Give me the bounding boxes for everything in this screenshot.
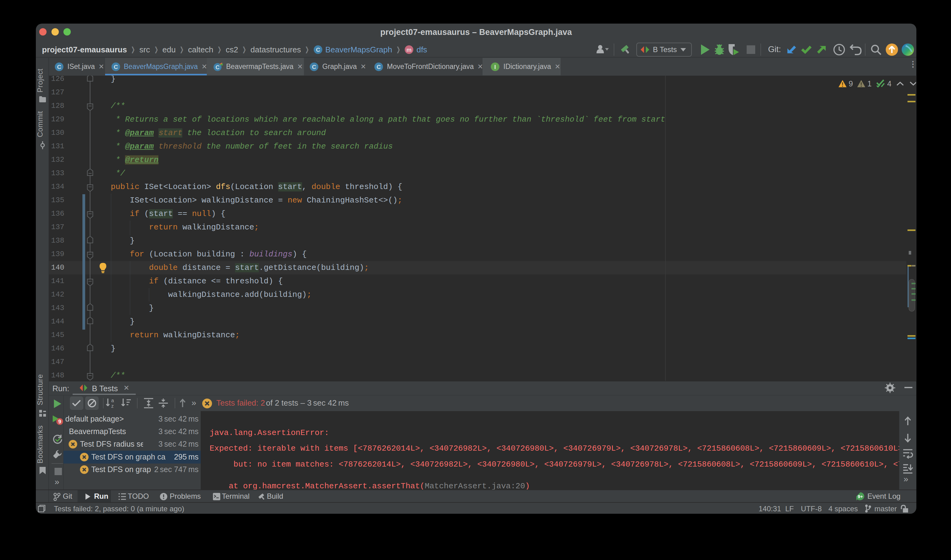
svg-text:z: z	[111, 403, 114, 408]
svg-text:9+: 9+	[857, 494, 863, 499]
svg-text:C: C	[114, 64, 118, 70]
svg-text:C: C	[312, 64, 316, 70]
svg-text:a: a	[111, 398, 114, 403]
svg-text:I: I	[494, 64, 496, 70]
svg-text:m: m	[406, 46, 412, 53]
svg-text:C: C	[216, 64, 220, 71]
svg-text:C: C	[316, 46, 320, 53]
svg-text:C: C	[377, 64, 381, 70]
svg-text:9: 9	[58, 419, 61, 425]
svg-text:C: C	[57, 64, 61, 70]
